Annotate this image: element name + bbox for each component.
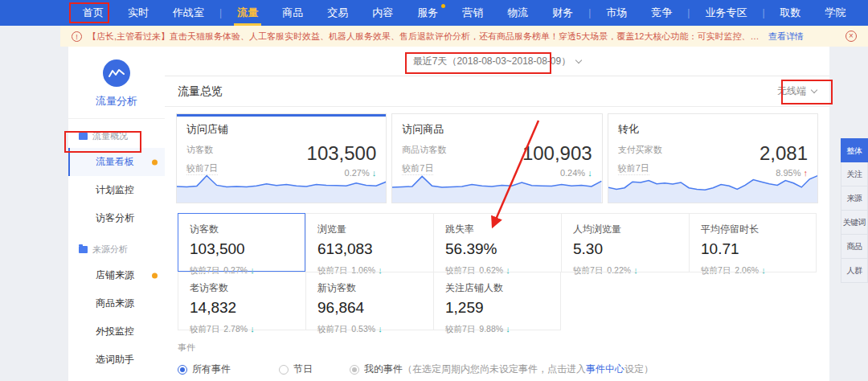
- metric-cell-bounce-rate[interactable]: 跳失率56.39% 较前7日0.62%↓: [433, 213, 561, 272]
- trend-arrow-icon: ↓: [250, 324, 255, 334]
- main-panel: 流量总览 无线端 访问店铺 访客数 较前7日 103,500 0.27% ↓ 访…: [165, 76, 829, 381]
- metrics-grid: 访客数103,500 较前7日0.27%↓ 浏览量613,083 较前7日1.0…: [178, 213, 817, 330]
- radio-all-events[interactable]: 所有事件: [178, 363, 231, 376]
- top-nav: 首页 实时 作战室 | 流量 商品 交易 内容 服务 营销 物流 财务 | 市场…: [0, 0, 868, 26]
- metric-cell-shop-followers[interactable]: 关注店铺人数1,259 较前7日9.88%↓: [433, 272, 561, 330]
- nav-divider: |: [759, 7, 768, 18]
- folder-icon: [79, 246, 88, 253]
- nav-item-trade[interactable]: 交易: [315, 0, 360, 26]
- sidebar-item-keyword-helper[interactable]: 选词助手: [68, 346, 165, 374]
- nav-item-realtime[interactable]: 实时: [116, 0, 161, 26]
- orange-dot-icon: [152, 159, 158, 165]
- metric-cell-returning-visitors[interactable]: 老访客数14,832 较前7日2.78%↓: [178, 272, 305, 330]
- nav-divider: |: [216, 7, 225, 18]
- chevron-down-icon: [811, 87, 817, 93]
- tab-overall[interactable]: 整体: [841, 138, 868, 162]
- overview-card-visit-shop[interactable]: 访问店铺 访客数 较前7日 103,500 0.27% ↓: [176, 113, 387, 203]
- metric-change: 8.95% ↑: [760, 168, 808, 178]
- nav-item-home[interactable]: 首页: [71, 0, 116, 26]
- compare-label: 较前7日: [186, 162, 218, 175]
- orange-dot-icon: [152, 272, 158, 278]
- nav-item-business-zone[interactable]: 业务专区: [693, 0, 759, 26]
- radio-unselected-icon: [279, 365, 289, 375]
- overview-card-visit-goods[interactable]: 访问商品 商品访客数 较前7日 100,903 0.24% ↓: [391, 113, 602, 203]
- sidebar-item-external-monitor[interactable]: 外投监控: [68, 318, 165, 346]
- nav-item-war-room[interactable]: 作战室: [161, 0, 216, 26]
- page-title: 流量总览: [178, 84, 223, 99]
- radio-disabled-icon: [350, 365, 359, 375]
- metric-cell-visitors[interactable]: 访客数103,500 较前7日0.27%↓: [178, 213, 305, 272]
- tab-goods[interactable]: 商品: [841, 235, 868, 259]
- date-range-selector[interactable]: 最近7天（2018-08-03~2018-08-09）: [413, 55, 571, 68]
- metric-value: 103,500: [307, 144, 377, 163]
- close-icon[interactable]: [845, 31, 857, 42]
- metric-change: 0.27% ↓: [307, 168, 377, 178]
- folder-icon: [79, 133, 88, 140]
- sidebar-title: 流量分析: [68, 94, 165, 109]
- terminal-selector[interactable]: 无线端: [777, 84, 817, 98]
- card-title: 转化: [618, 122, 808, 137]
- metric-cell-pv-per-visitor[interactable]: 人均浏览量5.30 较前7日0.22%↓: [561, 213, 689, 272]
- sidebar: 流量分析 流量概况 流量看板 计划监控 访客分析 来源分析 店铺来源 商品来源 …: [68, 47, 165, 381]
- chevron-down-icon: [575, 57, 582, 63]
- nav-item-academy[interactable]: 学院: [813, 0, 858, 26]
- radio-holidays[interactable]: 节日: [279, 363, 313, 376]
- radio-my-events[interactable]: 我的事件: [350, 363, 403, 376]
- traffic-analysis-icon: [103, 59, 130, 87]
- sidebar-item-plan-monitor[interactable]: 计划监控: [68, 176, 165, 204]
- radio-selected-icon: [178, 365, 187, 375]
- date-range-bar: 最近7天（2018-08-03~2018-08-09）: [165, 47, 829, 76]
- sidebar-item-traffic-dashboard[interactable]: 流量看板: [68, 148, 165, 176]
- nav-item-content[interactable]: 内容: [360, 0, 405, 26]
- metric-value: 2,081: [760, 144, 808, 163]
- tab-follow[interactable]: 关注: [841, 162, 868, 186]
- nav-item-market[interactable]: 市场: [594, 0, 639, 26]
- metric-value: 100,903: [522, 144, 592, 163]
- metric-cell-avg-stay-time[interactable]: 平均停留时长10.71 较前7日2.06%↓: [689, 213, 817, 272]
- nav-item-goods[interactable]: 商品: [270, 0, 315, 26]
- sidebar-group-header: 流量概况: [68, 124, 165, 148]
- sidebar-item-visitor-analysis[interactable]: 访客分析: [68, 204, 165, 232]
- tab-keywords[interactable]: 关键词: [841, 211, 868, 235]
- nav-item-competition[interactable]: 竞争: [639, 0, 684, 26]
- nav-item-logistics[interactable]: 物流: [495, 0, 540, 26]
- nav-item-service[interactable]: 服务: [405, 0, 450, 26]
- metric-label: 支付买家数: [618, 144, 662, 156]
- sidebar-header: 流量分析: [68, 47, 165, 119]
- nav-item-data-fetch[interactable]: 取数: [768, 0, 813, 26]
- tab-source[interactable]: 来源: [841, 186, 868, 211]
- trend-arrow-icon: ↓: [588, 168, 592, 178]
- event-center-link[interactable]: 事件中心: [586, 363, 624, 375]
- sidebar-group-source: 来源分析 店铺来源 商品来源 外投监控 选词助手: [68, 232, 165, 374]
- overview-card-conversion[interactable]: 转化 支付买家数 较前7日 2,081 8.95% ↑: [608, 113, 818, 203]
- metric-label: 访客数: [186, 144, 218, 156]
- notice-detail-link[interactable]: 查看详情: [768, 31, 804, 43]
- card-title: 访问店铺: [186, 122, 376, 137]
- sidebar-group-overview: 流量概况 流量看板 计划监控 访客分析: [68, 119, 165, 232]
- events-label: 事件: [178, 342, 817, 354]
- right-tab-strip: 整体 关注 来源 关键词 商品 人群: [841, 138, 868, 283]
- tab-audience[interactable]: 人群: [841, 259, 868, 283]
- overview-cards-row: 访问店铺 访客数 较前7日 103,500 0.27% ↓ 访问商品 商品访客数…: [165, 107, 829, 203]
- events-note: （在选定周期内您尚未设定事件，点击进入事件中心设定）: [403, 363, 653, 376]
- nav-divider: |: [684, 7, 693, 18]
- trend-arrow-icon: ↓: [378, 324, 383, 334]
- nav-item-marketing[interactable]: 营销: [450, 0, 495, 26]
- trend-arrow-icon: ↑: [803, 168, 808, 178]
- events-section: 事件 所有事件 节日 我的事件 （在选定周期内您尚未设定事件，点击进入事件中心设…: [178, 342, 817, 376]
- notification-dot-icon: [441, 4, 445, 8]
- metric-cell-empty: [561, 272, 689, 330]
- nav-divider: |: [585, 7, 594, 18]
- metric-cell-new-visitors[interactable]: 新访客数96,864 较前7日0.53%↓: [305, 272, 433, 330]
- notice-bar: 【店长,主管看过来】直击天猫服务体验、人工客服实时效益、机器人服务效果、售后退款…: [60, 26, 868, 47]
- sidebar-item-goods-source[interactable]: 商品来源: [68, 289, 165, 318]
- metric-cell-empty: [689, 272, 817, 330]
- metric-label: 商品访客数: [402, 144, 446, 156]
- card-title: 访问商品: [402, 122, 592, 137]
- compare-label: 较前7日: [618, 162, 649, 175]
- metric-cell-pageviews[interactable]: 浏览量613,083 较前7日1.06%↓: [305, 213, 433, 272]
- nav-item-finance[interactable]: 财务: [540, 0, 585, 26]
- nav-item-traffic[interactable]: 流量: [225, 0, 270, 26]
- trend-arrow-icon: ↓: [506, 324, 510, 334]
- sidebar-item-shop-source[interactable]: 店铺来源: [68, 261, 165, 289]
